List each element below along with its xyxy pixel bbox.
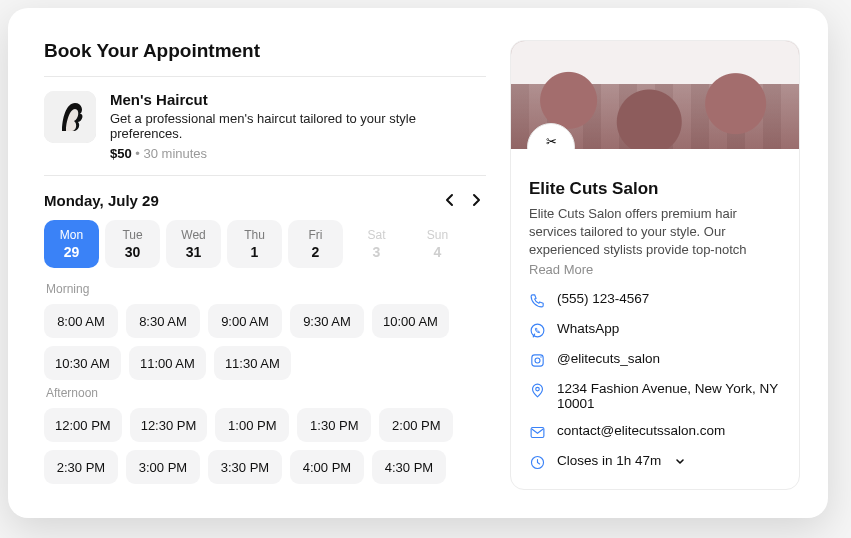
location-icon (529, 382, 546, 399)
business-info: Elite Cuts Salon Elite Cuts Salon offers… (511, 149, 799, 277)
business-contacts: (555) 123-4567 WhatsApp @elitecuts_salon… (511, 277, 799, 471)
time-slot[interactable]: 8:30 AM (126, 304, 200, 338)
business-panel: ✂︎ ELITE CUTS SALON Elite Cuts Salon Eli… (510, 40, 800, 490)
time-slot[interactable]: 3:00 PM (126, 450, 200, 484)
day-of-week: Tue (122, 228, 142, 242)
day-picker: Mon29Tue30Wed31Thu1Fri2Sat3Sun4 (44, 220, 486, 268)
day-of-week: Wed (181, 228, 205, 242)
next-week-button[interactable] (466, 190, 486, 210)
service-name: Men's Haircut (110, 91, 486, 108)
week-nav (440, 190, 486, 210)
address-row[interactable]: 1234 Fashion Avenue, New York, NY 10001 (529, 381, 781, 411)
business-logo: ✂︎ ELITE CUTS SALON (527, 123, 575, 149)
booking-panel: Book Your Appointment Men's Haircut Get … (44, 40, 486, 490)
phone-icon (529, 292, 546, 309)
day-option[interactable]: Thu1 (227, 220, 282, 268)
afternoon-label: Afternoon (46, 386, 486, 400)
day-option: Sun4 (410, 220, 465, 268)
day-number: 29 (64, 244, 80, 260)
clock-icon (529, 454, 546, 471)
hours-text: Closes in 1h 47m (557, 453, 661, 468)
address-text: 1234 Fashion Avenue, New York, NY 10001 (557, 381, 781, 411)
day-of-week: Fri (309, 228, 323, 242)
hours-row[interactable]: Closes in 1h 47m (529, 453, 781, 471)
selected-date-label: Monday, July 29 (44, 192, 159, 209)
service-image (44, 91, 96, 143)
phone-row[interactable]: (555) 123-4567 (529, 291, 781, 309)
day-of-week: Mon (60, 228, 83, 242)
divider (44, 175, 486, 176)
time-slot[interactable]: 4:30 PM (372, 450, 446, 484)
chevron-down-icon (674, 456, 686, 468)
email-text: contact@elitecutssalon.com (557, 423, 725, 438)
time-slot[interactable]: 1:30 PM (297, 408, 371, 442)
read-more-link[interactable]: Read More (529, 262, 781, 277)
whatsapp-row[interactable]: WhatsApp (529, 321, 781, 339)
time-slot[interactable]: 12:00 PM (44, 408, 122, 442)
scissors-icon: ✂︎ (546, 135, 557, 148)
time-slot[interactable]: 2:30 PM (44, 450, 118, 484)
time-slot[interactable]: 10:30 AM (44, 346, 121, 380)
day-number: 1 (251, 244, 259, 260)
day-of-week: Sun (427, 228, 448, 242)
time-slot[interactable]: 3:30 PM (208, 450, 282, 484)
day-option[interactable]: Fri2 (288, 220, 343, 268)
morning-slots: 8:00 AM8:30 AM9:00 AM9:30 AM10:00 AM10:3… (44, 304, 486, 380)
chevron-left-icon (445, 193, 455, 207)
day-option: Sat3 (349, 220, 404, 268)
logo-text-1: ELITE CUTS (532, 149, 569, 150)
svg-point-5 (536, 387, 540, 391)
time-slot[interactable]: 9:30 AM (290, 304, 364, 338)
time-slot[interactable]: 12:30 PM (130, 408, 208, 442)
day-number: 3 (373, 244, 381, 260)
business-name: Elite Cuts Salon (529, 179, 781, 199)
day-option[interactable]: Tue30 (105, 220, 160, 268)
page-title: Book Your Appointment (44, 40, 486, 62)
day-number: 31 (186, 244, 202, 260)
svg-point-3 (535, 358, 540, 363)
day-of-week: Sat (367, 228, 385, 242)
service-meta: $50 • 30 minutes (110, 146, 486, 161)
day-option[interactable]: Mon29 (44, 220, 99, 268)
phone-text: (555) 123-4567 (557, 291, 649, 306)
dot-separator: • (132, 146, 144, 161)
time-slot[interactable]: 8:00 AM (44, 304, 118, 338)
time-slot[interactable]: 11:00 AM (129, 346, 206, 380)
business-description: Elite Cuts Salon offers premium hair ser… (529, 205, 781, 260)
booking-card: Book Your Appointment Men's Haircut Get … (8, 8, 828, 518)
day-number: 30 (125, 244, 141, 260)
service-price: $50 (110, 146, 132, 161)
email-row[interactable]: contact@elitecutssalon.com (529, 423, 781, 441)
afternoon-slots: 12:00 PM12:30 PM1:00 PM1:30 PM2:00 PM2:3… (44, 408, 486, 484)
divider (44, 76, 486, 77)
instagram-icon (529, 352, 546, 369)
day-number: 2 (312, 244, 320, 260)
whatsapp-icon (529, 322, 546, 339)
email-icon (529, 424, 546, 441)
service-summary: Men's Haircut Get a professional men's h… (44, 91, 486, 161)
time-slot[interactable]: 11:30 AM (214, 346, 291, 380)
whatsapp-text: WhatsApp (557, 321, 619, 336)
morning-label: Morning (46, 282, 486, 296)
time-slot[interactable]: 1:00 PM (215, 408, 289, 442)
time-slot[interactable]: 10:00 AM (372, 304, 449, 338)
instagram-text: @elitecuts_salon (557, 351, 660, 366)
prev-week-button[interactable] (440, 190, 460, 210)
day-number: 4 (434, 244, 442, 260)
date-header: Monday, July 29 (44, 190, 486, 210)
svg-point-4 (540, 356, 541, 357)
time-slot[interactable]: 4:00 PM (290, 450, 364, 484)
chevron-right-icon (471, 193, 481, 207)
service-description: Get a professional men's haircut tailore… (110, 111, 486, 141)
time-slot[interactable]: 2:00 PM (379, 408, 453, 442)
time-slot[interactable]: 9:00 AM (208, 304, 282, 338)
day-option[interactable]: Wed31 (166, 220, 221, 268)
service-duration: 30 minutes (143, 146, 207, 161)
business-cover-image: ✂︎ ELITE CUTS SALON (511, 41, 799, 149)
instagram-row[interactable]: @elitecuts_salon (529, 351, 781, 369)
day-of-week: Thu (244, 228, 265, 242)
service-info: Men's Haircut Get a professional men's h… (110, 91, 486, 161)
